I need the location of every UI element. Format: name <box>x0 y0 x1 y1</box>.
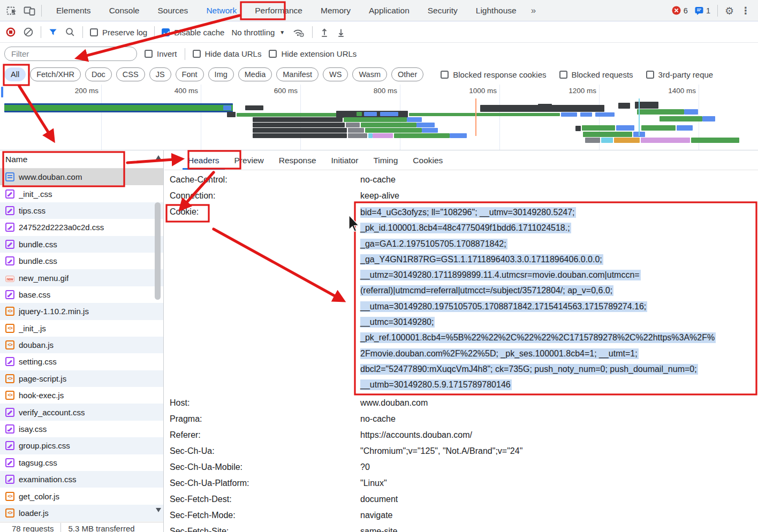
panel-tab[interactable]: Sources <box>149 1 198 21</box>
filter-input[interactable] <box>4 47 137 61</box>
scrollbar-down-icon[interactable] <box>156 508 161 512</box>
checkbox-checked[interactable] <box>162 28 170 36</box>
checkbox-unchecked[interactable] <box>193 50 201 58</box>
request-row[interactable]: new_menu.gif <box>0 269 164 286</box>
type-filter-chip[interactable]: Doc <box>85 67 112 81</box>
request-row[interactable]: isay.css <box>0 421 164 437</box>
device-toolbar-icon[interactable] <box>24 5 36 16</box>
divider <box>82 26 83 38</box>
filter-checkbox[interactable]: Blocked requests <box>559 70 633 79</box>
request-row[interactable]: bundle.css <box>0 236 164 253</box>
console-errors-badge[interactable]: 6 <box>672 6 688 15</box>
panel-tab[interactable]: Performance <box>246 1 312 21</box>
hide-extension-urls-checkbox[interactable]: Hide extension URLs <box>269 49 357 58</box>
filter-checkbox[interactable]: 3rd-party reque <box>646 70 714 79</box>
hide-data-urls-checkbox[interactable]: Hide data URLs <box>193 49 262 58</box>
divider <box>312 26 313 38</box>
name-column-header[interactable]: Name <box>0 150 163 169</box>
close-icon[interactable]: × <box>169 155 180 165</box>
type-filter-chip[interactable]: Font <box>176 67 204 81</box>
network-conditions-icon[interactable] <box>292 27 305 37</box>
details-tab[interactable]: Initiator <box>324 151 366 169</box>
request-row[interactable]: _init_.js <box>0 320 164 337</box>
checkbox-unchecked[interactable] <box>646 71 654 79</box>
export-har-icon[interactable] <box>336 27 346 37</box>
search-icon[interactable] <box>65 27 75 37</box>
request-row[interactable]: tagsug.css <box>0 454 164 471</box>
type-filter-chip[interactable]: Img <box>208 67 234 81</box>
request-row[interactable]: examination.css <box>0 471 164 488</box>
tick-label: 1200 ms <box>568 87 596 95</box>
filter-funnel-icon[interactable] <box>48 27 58 37</box>
panel-tab[interactable]: Network <box>197 1 246 21</box>
request-row[interactable]: bundle.css <box>0 253 164 269</box>
header-value: www.douban.com <box>360 395 758 411</box>
type-filter-chip[interactable]: WS <box>323 67 348 81</box>
panel-tab[interactable]: Application <box>360 1 419 21</box>
issues-badge[interactable]: 1 <box>695 6 710 15</box>
type-filter-chip[interactable]: Wasm <box>352 67 387 81</box>
type-filter-chip[interactable]: CSS <box>116 67 145 81</box>
request-row[interactable]: base.css <box>0 286 164 303</box>
checkbox-unchecked[interactable] <box>90 28 98 36</box>
request-row[interactable]: group.pics.css <box>0 437 164 454</box>
invert-checkbox[interactable]: Invert <box>145 49 177 58</box>
request-row[interactable]: jquery-1.10.2.min.js <box>0 303 164 320</box>
panel-tab[interactable]: Elements <box>47 1 100 21</box>
file-type-icon <box>5 441 14 450</box>
filter-checkbox[interactable]: Blocked response cookies <box>441 70 546 79</box>
header-row: Sec-Ch-Ua-Mobile: ?0 <box>164 459 758 475</box>
type-filter-chip[interactable]: All <box>4 67 26 81</box>
details-tab[interactable]: Headers <box>180 151 227 169</box>
checkbox-unchecked[interactable] <box>559 71 567 79</box>
inspect-element-icon[interactable] <box>6 5 18 16</box>
type-filter-chip[interactable]: Manifest <box>276 67 319 81</box>
file-type-icon <box>5 189 14 199</box>
throttling-dropdown[interactable]: No throttling ▼ <box>231 28 285 37</box>
checkbox-unchecked[interactable] <box>269 50 277 58</box>
type-filter-chip[interactable]: Fetch/XHR <box>30 67 81 81</box>
request-row[interactable]: setting.css <box>0 353 164 370</box>
request-row[interactable]: loader.js <box>0 505 164 521</box>
panel-tab[interactable]: Security <box>419 1 467 21</box>
more-tabs-icon[interactable]: » <box>526 5 541 16</box>
checkbox-unchecked[interactable] <box>145 50 153 58</box>
type-filter-chip[interactable]: Media <box>238 67 272 81</box>
request-row[interactable]: www.douban.com <box>0 169 164 185</box>
settings-gear-icon[interactable]: ⚙ <box>725 5 734 17</box>
clear-network-log-icon[interactable] <box>23 27 34 37</box>
details-tab-list: HeadersPreviewResponseInitiatorTimingCoo… <box>180 151 450 169</box>
network-overview-timeline[interactable]: 200 ms400 ms600 ms800 ms1000 ms1200 ms14… <box>0 85 758 150</box>
request-row[interactable]: douban.js <box>0 337 164 353</box>
import-har-icon[interactable] <box>320 27 329 37</box>
details-tab[interactable]: Timing <box>366 151 405 169</box>
details-tab[interactable]: Preview <box>227 151 271 169</box>
cookie-line: __utmb=30149280.5.9.1715789780146 <box>360 377 758 392</box>
details-tab[interactable]: Response <box>271 151 324 169</box>
panel-tab[interactable]: Memory <box>312 1 360 21</box>
header-row: Host: www.douban.com <box>164 395 758 411</box>
customize-menu-icon[interactable]: ⋮ <box>741 5 751 16</box>
request-name: www.douban.com <box>19 172 82 181</box>
preserve-log-checkbox[interactable]: Preserve log <box>90 28 147 37</box>
timeline-gridline: 200 ms <box>2 85 102 150</box>
type-filter-chip[interactable]: Other <box>391 67 423 81</box>
request-row[interactable]: get_color.js <box>0 488 164 504</box>
request-name: jquery-1.10.2.min.js <box>19 307 89 316</box>
panel-tab[interactable]: Lighthouse <box>467 1 526 21</box>
type-filter-chip[interactable]: JS <box>149 67 171 81</box>
request-row[interactable]: 247522d2223a0c2d.css <box>0 219 164 235</box>
scrollbar-up-icon[interactable] <box>156 155 161 159</box>
panel-tab[interactable]: Console <box>100 1 149 21</box>
scrollbar-thumb[interactable] <box>155 202 161 300</box>
request-row[interactable]: verify_account.css <box>0 404 164 420</box>
cookie-value[interactable]: bid=4_uGc3ofyzs; ll="108296"; __utmv=301… <box>360 204 758 393</box>
checkbox-unchecked[interactable] <box>441 71 449 79</box>
details-tab[interactable]: Cookies <box>405 151 450 169</box>
record-network-log-icon[interactable] <box>5 27 16 37</box>
request-row[interactable]: page-script.js <box>0 370 164 387</box>
disable-cache-checkbox[interactable]: Disable cache <box>162 28 224 37</box>
request-row[interactable]: tips.css <box>0 202 164 219</box>
request-row[interactable]: _init_.css <box>0 185 164 202</box>
request-row[interactable]: hook-exec.js <box>0 387 164 404</box>
